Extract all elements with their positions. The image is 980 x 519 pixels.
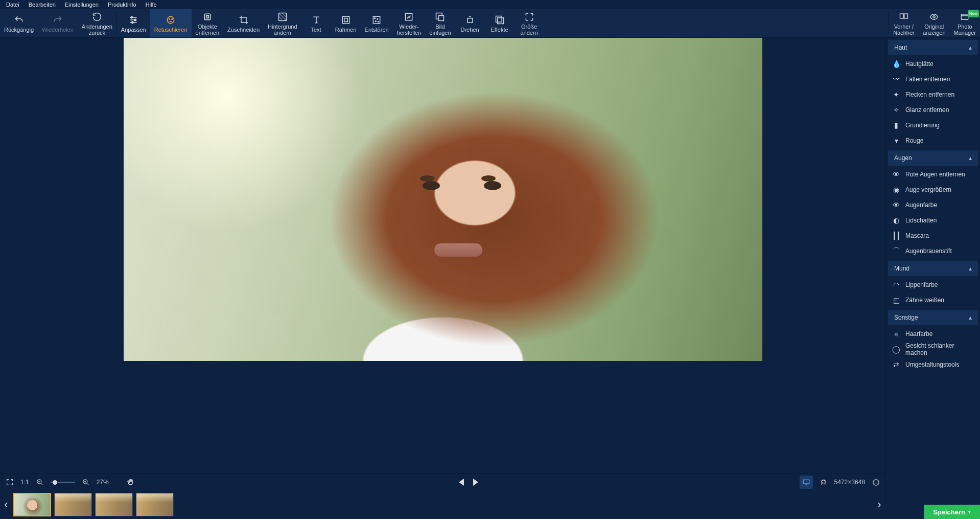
before-after-button[interactable]: Vorher / Nachher	[889, 9, 919, 37]
resize-button[interactable]: Größe ändern	[515, 9, 544, 37]
prev-image-button[interactable]	[459, 479, 464, 486]
tool-blemish-remove[interactable]: ✦Flecken entfernen	[886, 87, 980, 102]
svg-rect-9	[344, 18, 347, 21]
workspace: 1:1 27% 5472×3648 ‹ ›	[0, 38, 980, 519]
tool-blush[interactable]: ▾Rouge	[886, 133, 980, 148]
mascara-icon: ┃┃	[892, 232, 900, 240]
thumbnail[interactable]	[54, 493, 92, 516]
tool-reshape[interactable]: ⇄Umgestaltungstools	[886, 357, 980, 372]
crop-button[interactable]: Zuschneiden	[223, 9, 264, 37]
brow-icon: ⌒	[892, 246, 900, 256]
svg-rect-27	[803, 480, 809, 484]
delete-button[interactable]	[817, 476, 830, 489]
zoom-slider[interactable]	[51, 482, 75, 483]
background-change-button[interactable]: Hintergrund ändern	[264, 9, 301, 37]
save-button[interactable]: Speichern	[924, 505, 980, 519]
section-title: Augen	[894, 154, 912, 162]
restore-button[interactable]: Wieder- herstellen	[393, 9, 426, 37]
tool-label: Flecken entfernen	[905, 91, 954, 98]
section-title: Haut	[894, 44, 907, 51]
section-head-other[interactable]: Sonstige ▴	[888, 310, 978, 325]
statusbar: 1:1 27% 5472×3648	[0, 473, 885, 490]
adjust-button[interactable]: Anpassen	[117, 9, 150, 37]
insert-image-icon	[434, 11, 446, 22]
fit-ratio-label[interactable]: 1:1	[20, 479, 29, 486]
rotate-button[interactable]: Drehen	[455, 9, 485, 37]
remove-objects-button[interactable]: Objekte entfernen	[192, 9, 223, 37]
zoom-percent-label: 27%	[97, 479, 109, 486]
menu-edit[interactable]: Bearbeiten	[25, 1, 60, 9]
thumbnail[interactable]	[13, 493, 51, 516]
tool-eyeshadow[interactable]: ◐Lidschatten	[886, 213, 980, 228]
denoise-button[interactable]: Entstören	[361, 9, 393, 37]
tool-mascara[interactable]: ┃┃Mascara	[886, 228, 980, 243]
adjust-label: Anpassen	[121, 27, 146, 33]
view-original-button[interactable]: Original anzeigen	[919, 9, 950, 37]
canvas[interactable]	[0, 38, 885, 473]
desktop-wallpaper-button[interactable]	[800, 476, 813, 489]
tool-foundation[interactable]: ▮Grundierung	[886, 118, 980, 133]
tool-label: Augenfarbe	[905, 201, 937, 209]
zoom-in-button[interactable]	[79, 476, 92, 489]
svg-rect-22	[904, 14, 908, 18]
thumbnail[interactable]	[95, 493, 133, 516]
next-image-button[interactable]	[473, 479, 478, 486]
tool-shine-remove[interactable]: ✧Glanz entfernen	[886, 102, 980, 118]
svg-rect-10	[373, 16, 380, 23]
menu-help[interactable]: Hilfe	[142, 1, 161, 9]
redo-button[interactable]: Wiederholen	[38, 9, 78, 37]
eye-icon: 👁	[892, 201, 900, 209]
tool-teeth-whiten[interactable]: ▥Zähne weißen	[886, 292, 980, 308]
menu-settings[interactable]: Einstellungen	[61, 1, 103, 9]
hand-tool-button[interactable]	[124, 476, 137, 489]
revert-button[interactable]: Änderungen zurück	[78, 9, 116, 37]
tool-slim-face[interactable]: ◯Gesicht schlanker machen	[886, 342, 980, 357]
info-button[interactable]	[869, 476, 882, 489]
tool-label: Lippenfarbe	[905, 281, 938, 288]
section-head-skin[interactable]: Haut ▴	[888, 40, 978, 55]
tool-hair-color[interactable]: ⍝Haarfarbe	[886, 326, 980, 342]
remove-objects-label: Objekte entfernen	[196, 24, 219, 36]
chevron-up-icon: ▴	[969, 154, 972, 162]
restore-icon	[403, 11, 414, 22]
eye-icon: 👁	[892, 170, 900, 178]
filmstrip-prev-button[interactable]: ‹	[2, 492, 10, 517]
tool-wrinkle-remove[interactable]: 〰Falten entfernen	[886, 72, 980, 87]
undo-label: Rückgängig	[4, 27, 34, 33]
redo-icon	[52, 14, 63, 26]
text-button[interactable]: Text	[301, 9, 331, 37]
effects-label: Effekte	[491, 27, 508, 33]
svg-point-23	[933, 15, 936, 18]
fullscreen-button[interactable]	[3, 476, 16, 489]
svg-point-1	[134, 19, 136, 20]
frame-button[interactable]: Rahmen	[331, 9, 361, 37]
waves-icon: 〰	[892, 75, 900, 83]
tool-label: Glanz entfernen	[905, 106, 949, 114]
revert-label: Änderungen zurück	[82, 24, 112, 36]
tool-eye-enlarge[interactable]: ◉Auge vergrößern	[886, 182, 980, 197]
zoom-out-button[interactable]	[33, 476, 46, 489]
tool-lip-color[interactable]: ◠Lippenfarbe	[886, 277, 980, 292]
tool-label: Zähne weißen	[905, 297, 944, 304]
section-head-mouth[interactable]: Mund ▴	[888, 261, 978, 276]
tool-label: Umgestaltungstools	[905, 361, 959, 368]
insert-image-button[interactable]: Bild einfügen	[425, 9, 455, 37]
thumbnail[interactable]	[136, 493, 174, 516]
menu-about[interactable]: Produktinfo	[104, 1, 141, 9]
tool-redeye[interactable]: 👁Rote Augen entfernen	[886, 167, 980, 182]
rotate-icon	[464, 14, 476, 26]
menu-file[interactable]: Datei	[2, 1, 24, 9]
filmstrip-next-button[interactable]: ›	[875, 492, 883, 517]
retouch-label: Retuschieren	[154, 27, 188, 33]
tool-skin-smooth[interactable]: 💧Hautglätte	[886, 56, 980, 72]
noise-icon	[371, 14, 382, 26]
effects-button[interactable]: Effekte	[485, 9, 515, 37]
undo-button[interactable]: Rückgängig	[0, 9, 38, 37]
tool-brow-pencil[interactable]: ⌒Augenbrauenstift	[886, 243, 980, 259]
eye-plus-icon: ◉	[892, 186, 900, 194]
tool-eye-color[interactable]: 👁Augenfarbe	[886, 197, 980, 213]
photo-manager-button[interactable]: New Photo Manager	[950, 9, 980, 37]
retouch-button[interactable]: Retuschieren	[150, 9, 192, 37]
section-head-eyes[interactable]: Augen ▴	[888, 150, 978, 166]
svg-rect-17	[439, 15, 444, 20]
